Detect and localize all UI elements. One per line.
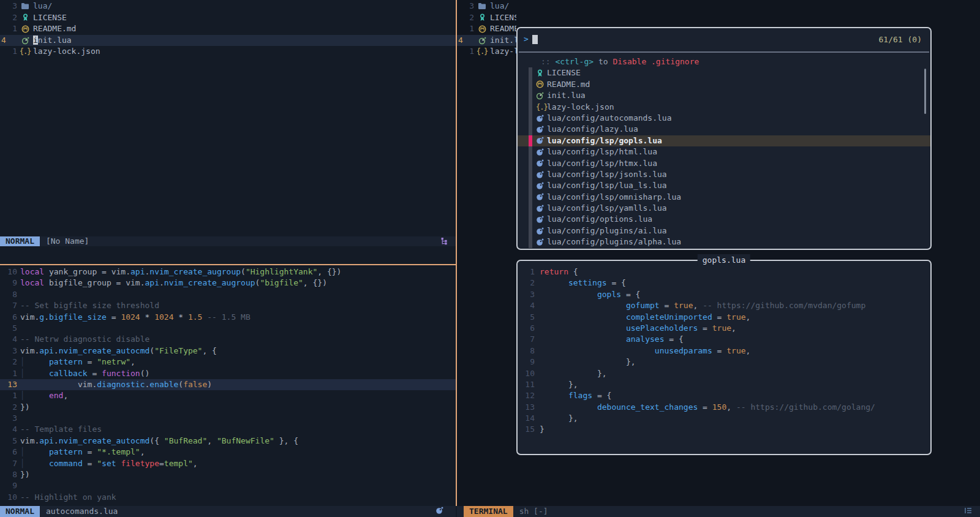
line-number: 2 [521, 277, 535, 289]
code-segment [540, 369, 597, 378]
code-line[interactable]: 1│ callback = function() [0, 368, 456, 379]
code-segment: }) [20, 470, 30, 479]
code-segment [20, 380, 78, 389]
file-row[interactable]: 3lua/ [457, 1, 516, 12]
line-number: 2 [457, 12, 474, 24]
picker-item[interactable]: lua/config/autocomands.lua [518, 113, 930, 124]
code-line[interactable]: 2}) [0, 402, 456, 413]
picker-item[interactable]: lua/config/plugins/alpha.lua [518, 236, 930, 247]
code-line[interactable]: 10local yank_group = vim.api.nvim_create… [0, 266, 456, 277]
code-line[interactable]: 6│ pattern = "*.templ", [0, 447, 456, 458]
code-line[interactable]: 3vim.api.nvim_create_autocmd("FileType",… [0, 345, 456, 357]
code-segment: :: [541, 57, 555, 66]
picker-item[interactable]: lua/config/lsp/omnisharp.lua [518, 192, 930, 203]
file-row[interactable]: 2LICENSE [0, 12, 456, 24]
picker-item-label: lua/config/lsp/lua_ls.lua [547, 180, 667, 191]
code-segment: }, [568, 380, 578, 389]
code-line[interactable]: 10-- Highlight on yank [0, 492, 456, 503]
window-separator-horizontal [0, 264, 456, 265]
line-number: 6 [521, 323, 535, 334]
statusline-terminal: TERMINAL sh [-] [457, 506, 980, 517]
code-segment: = [83, 459, 97, 468]
preview-line: 4 gofumpt = true, -- https://github.com/… [521, 300, 929, 311]
picker-item[interactable]: lua/config/lsp/jsonls.lua [518, 169, 930, 180]
picker-item[interactable]: README.md [518, 79, 930, 90]
picker-item[interactable]: LICENSE [518, 67, 930, 78]
line-number: 1 [0, 390, 17, 401]
lua-icon [536, 159, 547, 167]
picker-item[interactable]: lua/config/lazy.lua [518, 124, 930, 135]
code-line[interactable]: 2│ pattern = "netrw", [0, 357, 456, 368]
preview-line: 13 debounce_text_changes = 150, -- https… [521, 402, 929, 413]
picker-scrollbar[interactable] [924, 69, 926, 114]
picker-item[interactable]: lua/config/lsp/lua_ls.lua [518, 180, 930, 191]
code-segment: -- https://github.com/golang/ [736, 402, 875, 412]
picker-item[interactable]: lua/config/lsp/gopls.lua [518, 135, 930, 146]
code-line[interactable]: 8 [0, 289, 456, 300]
code-text: │ command = "set filetype=templ", [20, 458, 198, 469]
code-line[interactable]: 7-- Set bigfile size threshold [0, 300, 456, 311]
picker-item[interactable]: {.}lazy-lock.json [518, 102, 930, 113]
code-segment: filetype [121, 459, 159, 468]
code-segment: = [88, 369, 102, 378]
fzf-prompt[interactable]: > [524, 33, 924, 45]
picker-item[interactable]: init.lua [518, 90, 930, 101]
picker-item[interactable]: lua/config/options.lua [518, 214, 930, 225]
file-row[interactable]: 4init.lua [0, 35, 456, 47]
mode-badge: TERMINAL [464, 506, 513, 517]
picker-gutter [529, 102, 532, 113]
license-icon [17, 13, 33, 21]
line-number: 3 [521, 289, 535, 300]
line-number: 2 [0, 402, 17, 413]
code-line[interactable]: 1│ end, [0, 390, 456, 401]
picker-item[interactable]: lua/config/lsp/yamlls.lua [518, 203, 930, 214]
file-row[interactable]: 2LICENSE [457, 12, 516, 24]
code-segment: set [102, 459, 121, 468]
picker-gutter [529, 67, 532, 78]
file-row[interactable]: 3lua/ [0, 1, 456, 12]
code-segment: "BufNewFile" [217, 436, 274, 445]
code-segment: } [540, 425, 545, 434]
code-line[interactable]: 5vim.api.nvim_create_autocmd({ "BufRead"… [0, 436, 456, 447]
code-segment: * [140, 312, 154, 322]
code-line[interactable]: 7│ command = "set filetype=templ", [0, 458, 456, 469]
file-row[interactable]: 4init.lua [457, 35, 516, 47]
line-number: 15 [521, 424, 535, 435]
init-lua-icon [536, 92, 547, 100]
code-segment: templ [164, 459, 188, 468]
file-row[interactable]: 1{.}lazy-lock.json [457, 46, 516, 58]
file-row[interactable]: 1README.md [457, 23, 516, 35]
init-lua-icon [17, 37, 33, 45]
picker-item[interactable]: lua/config/lsp/htmx.lua [518, 158, 930, 169]
code-line[interactable]: 13 vim.diagnostic.enable(false) [0, 379, 456, 390]
line-number: 4 [0, 35, 17, 47]
code-segment [25, 459, 49, 468]
code-segment [540, 334, 626, 344]
code-line[interactable]: 9 [0, 480, 456, 491]
code-line[interactable]: 5 [0, 323, 456, 334]
code-segment [540, 380, 568, 389]
code-text: completeUnimported = true, [540, 312, 750, 323]
code-line[interactable]: 4-- Template files [0, 424, 456, 435]
code-segment: nvim_create_autocmd [59, 436, 150, 445]
code-segment: { [568, 267, 578, 276]
code-line[interactable]: 8}) [0, 469, 456, 480]
code-segment: }, [626, 357, 636, 366]
code-segment: callback [49, 369, 88, 378]
line-number: 3 [0, 1, 17, 12]
file-row[interactable]: 1README.md [0, 23, 456, 35]
code-segment: unusedparams [655, 346, 712, 355]
code-segment: -- Template files [20, 425, 102, 434]
picker-item[interactable]: lua/config/plugins/ai.lua [518, 225, 930, 236]
file-row[interactable]: 1{.}lazy-lock.json [0, 46, 456, 58]
lua-icon [536, 216, 547, 224]
picker-item-label: init.lua [547, 90, 586, 101]
code-segment: "netrw" [97, 357, 130, 366]
code-line[interactable]: 6vim.g.bigfile_size = 1024 * 1024 * 1.5 … [0, 312, 456, 323]
code-line[interactable]: 3 [0, 413, 456, 424]
code-line[interactable]: 4-- Netrw diagnostic disable [0, 334, 456, 345]
code-line[interactable]: 9local bigfile_group = vim.api.nvim_crea… [0, 277, 456, 289]
code-segment [540, 301, 626, 310]
picker-item[interactable]: lua/config/lsp/html.lua [518, 146, 930, 157]
line-number: 11 [521, 379, 535, 390]
